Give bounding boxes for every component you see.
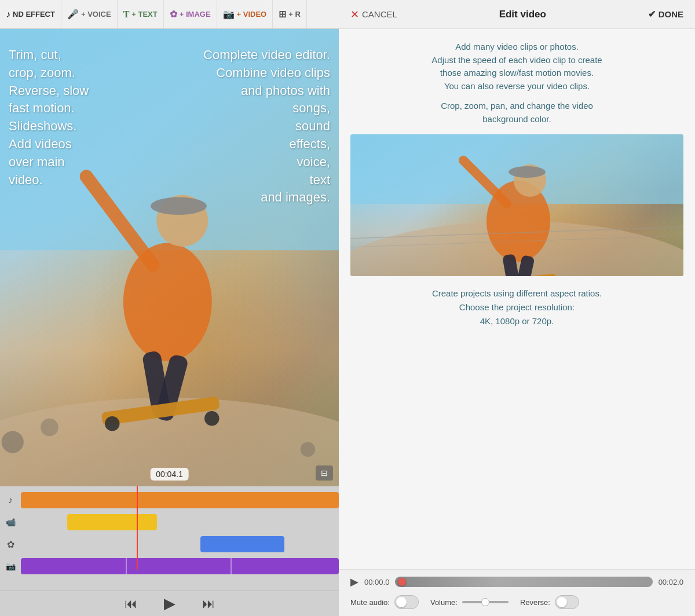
fullscreen-button[interactable]: ⊟ — [316, 465, 333, 481]
sound-effect-icon: ♪ — [6, 9, 10, 20]
music-track-icon: ♪ — [0, 495, 21, 505]
main-video-clip[interactable] — [21, 558, 339, 574]
seek-bar[interactable] — [395, 577, 652, 587]
video-overlay-clip[interactable] — [67, 514, 157, 530]
text-icon: T — [123, 9, 130, 20]
resolution-text: Create projects using different aspect r… — [356, 287, 678, 328]
volume-control: Volume: — [430, 598, 509, 607]
right-play-button[interactable]: ▶ — [350, 575, 359, 588]
timestamp-value: 00:04.1 — [156, 470, 183, 479]
voice-label: + VOICE — [81, 10, 111, 19]
done-check-icon: ✔ — [648, 9, 656, 20]
timestamp-badge: 00:04.1 — [150, 468, 189, 481]
video-track-icon: 📹 — [0, 518, 21, 527]
timeline-row-image: ✿ — [0, 534, 339, 555]
toolbar-text[interactable]: T + TEXT — [118, 0, 164, 28]
time-start-label: 00:00.0 — [364, 578, 389, 586]
done-label: DONE — [659, 9, 683, 19]
time-end-label: 00:02.0 — [659, 578, 683, 586]
mute-label: Mute audio: — [350, 598, 390, 607]
timeline: ♪ 📹 ✿ 📷 — [0, 486, 339, 591]
mute-control: Mute audio: — [350, 595, 419, 609]
more-label: + R — [288, 10, 301, 19]
timeline-row-video: 📹 — [0, 512, 339, 533]
toolbar-video[interactable]: 📷 + VIDEO — [217, 0, 273, 28]
description-area: Add many video clips or photos.Adjust th… — [339, 29, 695, 134]
svg-point-2 — [123, 243, 212, 361]
main-video-track[interactable] — [21, 558, 339, 574]
more-icon: ⊞ — [279, 9, 286, 20]
svg-point-13 — [301, 442, 315, 457]
play-button[interactable]: ▶ — [159, 595, 180, 613]
playback-controls: ⏮ ▶ ⏭ — [0, 591, 339, 616]
cancel-icon: ✕ — [350, 8, 359, 21]
right-video-thumbnail — [350, 134, 683, 276]
toolbar-voice[interactable]: 🎤 + VOICE — [61, 0, 118, 28]
reverse-toggle-knob — [557, 597, 567, 607]
toolbar-sound-effect[interactable]: ♪ ND EFFECT — [0, 0, 61, 28]
description-text-2: Crop, zoom, pan, and change the videobac… — [356, 100, 678, 126]
reverse-toggle[interactable] — [555, 595, 579, 609]
svg-point-10 — [204, 411, 219, 426]
seek-thumb[interactable] — [398, 578, 406, 586]
svg-point-9 — [105, 416, 119, 431]
skip-back-button[interactable]: ⏮ — [120, 596, 142, 611]
skip-forward-button[interactable]: ⏭ — [197, 596, 220, 611]
timeline-row-main: 📷 — [0, 556, 339, 577]
video-label: + VIDEO — [237, 10, 267, 19]
toolbar: ♪ ND EFFECT 🎤 + VOICE T + TEXT ✿ + IMAGE… — [0, 0, 339, 29]
cancel-button[interactable]: ✕ CANCEL — [350, 8, 397, 21]
right-video-thumbnail-overlay — [350, 134, 683, 276]
right-skater-svg — [350, 134, 683, 276]
volume-slider[interactable] — [462, 601, 509, 603]
audio-controls-row: Mute audio: Volume: Reverse: — [350, 595, 683, 609]
svg-point-18 — [509, 166, 546, 178]
timeline-row-music: ♪ — [0, 490, 339, 511]
fullscreen-icon: ⊟ — [321, 468, 328, 478]
svg-point-4 — [151, 197, 207, 215]
video-overlay-track[interactable] — [21, 514, 339, 530]
music-track[interactable] — [21, 492, 339, 508]
edit-video-title: Edit video — [499, 9, 546, 20]
bottom-controls: ▶ 00:00.0 00:02.0 Mute audio: Volume: Re… — [339, 569, 695, 616]
image-track-icon: ✿ — [0, 539, 21, 550]
cancel-label: CANCEL — [362, 9, 397, 19]
image-clip[interactable] — [200, 536, 284, 552]
done-button[interactable]: ✔ DONE — [648, 9, 683, 20]
seek-fill — [395, 577, 652, 587]
skater-svg — [0, 29, 339, 486]
text-label: + TEXT — [131, 10, 157, 19]
image-label: + IMAGE — [180, 10, 211, 19]
left-panel: ♪ ND EFFECT 🎤 + VOICE T + TEXT ✿ + IMAGE… — [0, 0, 339, 616]
reverse-label: Reverse: — [520, 598, 550, 607]
reverse-control: Reverse: — [520, 595, 579, 609]
progress-row: ▶ 00:00.0 00:02.0 — [350, 575, 683, 588]
svg-point-11 — [2, 431, 24, 453]
music-clip[interactable] — [21, 492, 339, 508]
mute-toggle-knob — [396, 597, 407, 607]
mute-toggle[interactable] — [394, 595, 419, 609]
skater-overlay — [0, 29, 339, 486]
right-panel: ✕ CANCEL Edit video ✔ DONE Add many vide… — [339, 0, 695, 616]
resolution-area: Create projects using different aspect r… — [339, 276, 695, 334]
voice-icon: 🎤 — [67, 9, 79, 20]
svg-point-12 — [41, 419, 58, 437]
toolbar-more[interactable]: ⊞ + R — [273, 0, 307, 28]
video-icon: 📷 — [223, 9, 235, 20]
right-header: ✕ CANCEL Edit video ✔ DONE — [339, 0, 695, 29]
image-track[interactable] — [21, 536, 339, 552]
image-icon: ✿ — [170, 9, 177, 20]
description-text-1: Add many video clips or photos.Adjust th… — [356, 41, 678, 93]
toolbar-image[interactable]: ✿ + IMAGE — [164, 0, 217, 28]
main-video-track-icon: 📷 — [0, 562, 21, 571]
volume-label: Volume: — [430, 598, 458, 607]
sound-effect-label: ND EFFECT — [13, 10, 55, 19]
clip-divider-2 — [231, 558, 232, 574]
video-preview: Trim, cut,crop, zoom.Reverse, slowfast m… — [0, 29, 339, 486]
clip-divider-1 — [126, 558, 127, 574]
video-background: Trim, cut,crop, zoom.Reverse, slowfast m… — [0, 29, 339, 486]
